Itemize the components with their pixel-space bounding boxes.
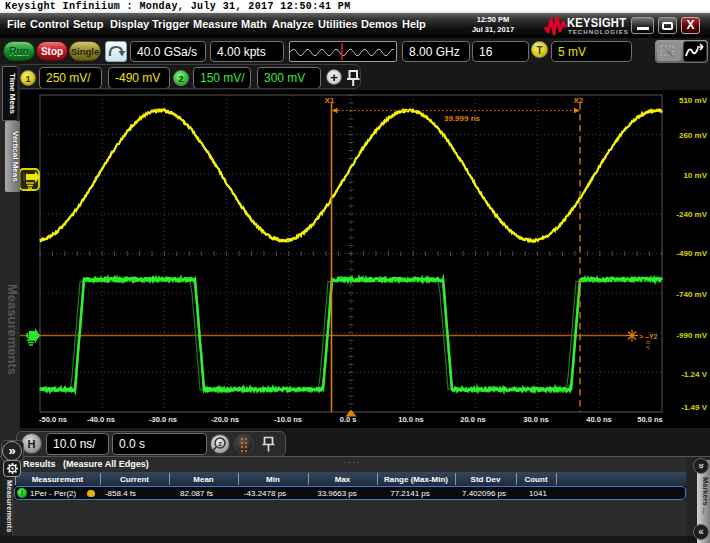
svg-text:X1: X1 (325, 96, 335, 105)
svg-text:–Y2: –Y2 (645, 333, 658, 340)
svg-text:39.999 ns: 39.999 ns (444, 114, 481, 123)
svg-text:>: > (639, 333, 643, 340)
svg-text:X2: X2 (574, 96, 584, 105)
svg-text:z: z (218, 440, 222, 447)
svg-text:0 V: 0 V (645, 341, 651, 350)
